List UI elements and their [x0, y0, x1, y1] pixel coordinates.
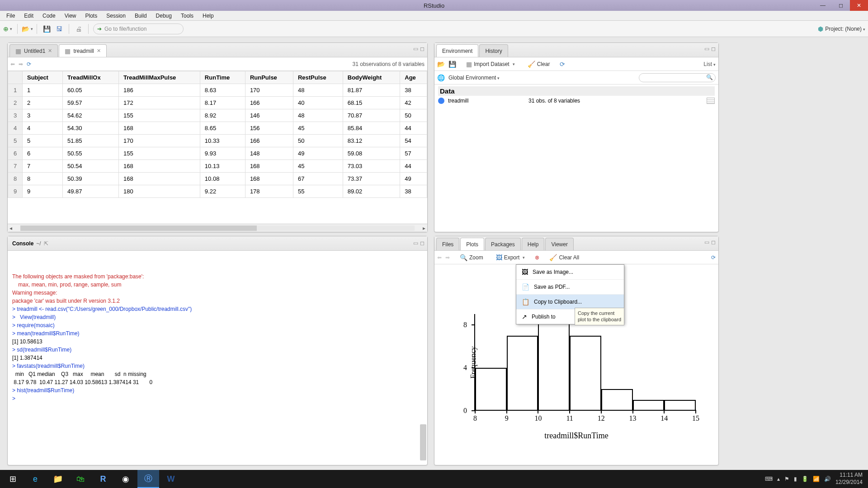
clock[interactable]: 11:11 AM 12/29/2014 — [835, 472, 863, 486]
col-header[interactable]: RunPulse — [245, 71, 293, 84]
forward-icon[interactable]: ➡ — [19, 61, 23, 67]
close-button[interactable]: ✕ — [850, 0, 868, 11]
menu-help[interactable]: Help — [198, 11, 218, 21]
minimize-button[interactable]: — — [814, 0, 832, 11]
battery-icon[interactable]: 🔋 — [802, 476, 808, 482]
refresh-plot-icon[interactable]: ⟳ — [711, 254, 716, 261]
clear-all-button[interactable]: 🧹Clear All — [547, 253, 582, 262]
goto-file-input[interactable]: ➔ Go to file/function — [93, 23, 184, 34]
save-env-icon[interactable]: 💾 — [448, 61, 456, 68]
wifi-icon[interactable]: 📶 — [813, 476, 820, 482]
table-row[interactable]: 6650.551559.931484959.0857 — [8, 147, 427, 160]
explorer-icon[interactable]: 📁 — [47, 470, 69, 488]
minimize-pane-icon[interactable]: ▭ — [704, 239, 709, 245]
tab-untitled1[interactable]: ▦Untitled1✕ — [9, 44, 58, 57]
table-row[interactable]: 3354.621558.921464870.8750 — [8, 109, 427, 122]
console-scroll-thumb[interactable] — [420, 424, 426, 460]
menu-session[interactable]: Session — [102, 11, 130, 21]
menu-edit[interactable]: Edit — [19, 11, 38, 21]
tab-viewer[interactable]: Viewer — [545, 238, 573, 250]
tray-chevron-icon[interactable]: ▴ — [777, 476, 780, 482]
load-icon[interactable]: 📂 — [437, 61, 445, 68]
maximize-pane-icon[interactable]: ◻ — [711, 46, 716, 52]
next-plot-icon[interactable]: ➡ — [445, 254, 450, 261]
table-row[interactable]: 7750.5416810.131684573.0344 — [8, 160, 427, 173]
chrome-icon[interactable]: ◉ — [115, 470, 137, 488]
table-row[interactable]: 9949.871809.221785589.0238 — [8, 185, 427, 198]
menu-plots[interactable]: Plots — [81, 11, 102, 21]
menu-debug[interactable]: Debug — [151, 11, 176, 21]
prev-plot-icon[interactable]: ⬅ — [437, 254, 442, 261]
rstudio-taskbar-icon[interactable]: Ⓡ — [137, 470, 159, 488]
env-item[interactable]: treadmill 31 obs. of 8 variables — [438, 96, 715, 106]
refresh-env-icon[interactable]: ⟳ — [560, 61, 565, 68]
col-header[interactable]: TreadMillMaxPulse — [119, 71, 200, 84]
export-menu-item[interactable]: 🖼Save as Image... — [516, 265, 624, 279]
horizontal-scrollbar[interactable]: ◂ ▸ — [8, 224, 427, 232]
store-icon[interactable]: 🛍 — [70, 470, 91, 488]
scroll-left-icon[interactable]: ◂ — [8, 225, 14, 231]
col-header[interactable]: Subject — [23, 71, 63, 84]
clear-env-button[interactable]: 🧹Clear — [525, 60, 553, 69]
tab-treadmill[interactable]: ▦treadmill✕ — [59, 44, 106, 57]
remove-plot-icon[interactable]: ⊗ — [535, 254, 539, 261]
view-data-icon[interactable] — [707, 98, 715, 104]
tab-history[interactable]: History — [479, 44, 508, 57]
start-button[interactable]: ⊞ — [2, 470, 24, 488]
print-icon[interactable]: 🖨 — [74, 24, 84, 34]
save-all-icon[interactable]: 🖫 — [54, 24, 64, 34]
new-file-icon[interactable]: ⊕ — [3, 24, 13, 34]
list-view-toggle[interactable]: List — [703, 61, 716, 67]
table-row[interactable]: 5551.8517010.331665083.1254 — [8, 135, 427, 147]
close-tab-icon[interactable]: ✕ — [97, 48, 101, 54]
export-menu-item[interactable]: 📋Copy to Clipboard... — [516, 294, 624, 309]
open-file-icon[interactable]: 📂 — [22, 24, 32, 34]
menu-tools[interactable]: Tools — [176, 11, 198, 21]
env-search-input[interactable] — [639, 73, 716, 82]
env-scope[interactable]: Global Environment — [448, 75, 500, 81]
system-tray[interactable]: ⌨ ▴ ⚑ ▮ 🔋 📶 🔊 11:11 AM 12/29/2014 — [765, 472, 866, 486]
col-header[interactable]: Age — [400, 71, 427, 84]
r-icon[interactable]: R — [92, 470, 114, 488]
col-header[interactable]: RunTime — [200, 71, 245, 84]
minimize-pane-icon[interactable]: ▭ — [413, 240, 418, 246]
table-row[interactable]: 4454.301688.651564585.8444 — [8, 122, 427, 135]
maximize-pane-icon[interactable]: ◻ — [420, 240, 425, 246]
back-icon[interactable]: ⬅ — [10, 61, 15, 67]
col-header[interactable]: TreadMillOx — [63, 71, 119, 84]
menu-code[interactable]: Code — [38, 11, 60, 21]
data-grid[interactable]: SubjectTreadMillOxTreadMillMaxPulseRunTi… — [8, 71, 427, 223]
maximize-pane-icon[interactable]: ◻ — [711, 239, 716, 245]
menu-build[interactable]: Build — [130, 11, 151, 21]
ie-icon[interactable]: e — [24, 470, 46, 488]
tab-files[interactable]: Files — [436, 238, 459, 250]
scroll-right-icon[interactable]: ▸ — [421, 225, 427, 231]
word-icon[interactable]: W — [160, 470, 182, 488]
scroll-thumb[interactable] — [20, 225, 257, 231]
tab-help[interactable]: Help — [522, 238, 545, 250]
console-popout-icon[interactable]: ⇱ — [44, 240, 48, 247]
maximize-pane-icon[interactable]: ◻ — [420, 46, 425, 52]
network-icon[interactable]: ▮ — [794, 476, 797, 482]
menu-file[interactable]: File — [2, 11, 19, 21]
project-menu[interactable]: ⬢ Project: (None) — [818, 25, 865, 33]
zoom-button[interactable]: 🔍Zoom — [457, 253, 486, 262]
table-row[interactable]: 8850.3916810.081686773.3749 — [8, 173, 427, 185]
import-dataset-button[interactable]: ▦Import Dataset — [463, 60, 518, 69]
table-row[interactable]: 2259.571728.171664068.1542 — [8, 97, 427, 109]
flag-icon[interactable]: ⚑ — [784, 476, 789, 482]
tab-environment[interactable]: Environment — [436, 44, 478, 57]
minimize-pane-icon[interactable]: ▭ — [704, 46, 709, 52]
reload-icon[interactable]: ⟳ — [27, 61, 31, 67]
keyboard-icon[interactable]: ⌨ — [765, 476, 773, 482]
maximize-button[interactable]: ◻ — [832, 0, 850, 11]
table-row[interactable]: 1160.051868.631704881.8738 — [8, 84, 427, 97]
volume-icon[interactable]: 🔊 — [824, 476, 831, 482]
close-tab-icon[interactable]: ✕ — [48, 48, 52, 54]
menu-view[interactable]: View — [60, 11, 81, 21]
col-header[interactable]: BodyWeight — [343, 71, 400, 84]
minimize-pane-icon[interactable]: ▭ — [413, 46, 418, 52]
save-icon[interactable]: 💾 — [42, 24, 52, 34]
console-body[interactable]: The following objects are masked from 'p… — [8, 251, 427, 465]
export-menu-item[interactable]: 📄Save as PDF... — [516, 279, 624, 294]
